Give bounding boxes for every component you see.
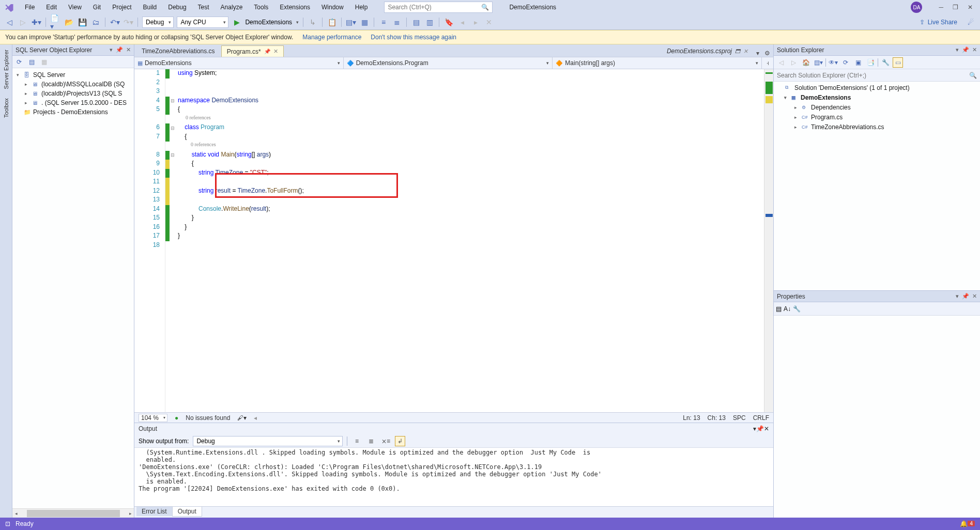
nav-member-combo[interactable]: 🔶Main(string[] args) [553,57,762,69]
outdent-icon[interactable]: ≣ [392,17,402,27]
menu-window[interactable]: Window [316,2,349,13]
nav-class-combo[interactable]: 🔷DemoExtensions.Program [344,57,553,69]
errorlist-tab[interactable]: Error List [136,507,172,516]
sql-tree[interactable]: ▾🗄SQL Server▸🖥(localdb)\MSSQLLocalDB (SQ… [12,68,134,508]
solution-dropdown-icon[interactable]: ▾ [956,46,959,53]
dismiss-link[interactable]: Don't show this message again [371,34,456,41]
menu-edit[interactable]: Edit [41,2,62,13]
run-target-label[interactable]: DemoExtensions [245,19,292,26]
new-item-icon[interactable]: 📄▾ [50,17,60,27]
solution-close-icon[interactable]: ✕ [972,46,977,53]
menu-tools[interactable]: Tools [249,2,273,13]
bm-clear-icon[interactable]: ✕ [484,17,494,27]
editor-vscrollbar[interactable] [764,69,773,412]
close-button[interactable]: ✕ [968,4,973,11]
uncomment-icon[interactable]: ▥ [424,17,435,27]
menu-debug[interactable]: Debug [163,2,191,13]
solution-search[interactable]: 🔍 [774,69,980,82]
sql-tree-node[interactable]: 📁Projects - DemoExtensions [12,107,134,117]
group-icon[interactable]: ▤ [27,57,36,67]
solution-tree[interactable]: ⧉Solution 'DemoExtensions' (1 of 1 proje… [774,82,980,290]
open-icon[interactable]: 📂 [64,17,74,27]
step-icon[interactable]: ↳ [308,17,318,27]
tab-close-icon[interactable]: ✕ [273,48,278,55]
solution-node[interactable]: ▸C#Program.cs [774,112,980,122]
config-combo[interactable]: Debug [142,17,174,28]
liveshare-button[interactable]: ⇪ Live Share [920,19,957,26]
output-from-combo[interactable]: Debug [193,436,343,446]
platform-combo[interactable]: Any CPU [177,17,228,28]
output-pin-icon[interactable]: 📌 [756,425,764,432]
solution-node[interactable]: ⧉Solution 'DemoExtensions' (1 of 1 proje… [774,83,980,92]
save-icon[interactable]: 💾 [77,17,87,27]
sol-switch-icon[interactable]: ▤▾ [813,57,823,68]
menu-view[interactable]: View [63,2,87,13]
sol-collapse-icon[interactable]: ▣ [853,57,863,68]
panel-dropdown-icon[interactable]: ▾ [110,46,113,53]
split-icon[interactable]: ⫞ [762,57,773,69]
zoom-combo[interactable]: 104 % [139,414,167,422]
save-all-icon[interactable]: 🗂 [90,17,101,27]
nav-project-combo[interactable]: ▦DemoExtensions [134,57,344,69]
indent-icon[interactable]: ≡ [378,17,389,27]
notifications-icon[interactable]: 🔔4 [960,520,975,527]
sql-tree-node[interactable]: ▸🖥. (SQL Server 15.0.2000 - DES [12,98,134,107]
solution-node[interactable]: ▾▦DemoExtensions [774,92,980,102]
menu-test[interactable]: Test [193,2,215,13]
tool-icon-2[interactable]: ▦ [359,17,370,27]
doc-tab[interactable]: TimeZoneAbbreviations.cs [136,45,220,57]
maximize-button[interactable]: ❐ [953,4,958,11]
menu-file[interactable]: File [20,2,40,13]
minimize-button[interactable]: ─ [939,4,943,11]
preview-tab[interactable]: DemoExtensions.csproj 🗖 ✕ [662,45,753,57]
menu-extensions[interactable]: Extensions [274,2,315,13]
out-wordwrap-icon[interactable]: ↲ [395,436,405,446]
out-tool-1-icon[interactable]: ≡ [351,436,362,446]
props-pin-icon[interactable]: 📌 [962,293,969,300]
forward-icon[interactable]: ▷ [18,17,28,27]
props-cat-icon[interactable]: ▤ [776,305,782,313]
output-tab[interactable]: Output [172,507,202,517]
health-icon[interactable]: 🖋▾ [237,414,247,422]
sol-showall-icon[interactable]: 📑 [865,57,876,68]
sol-sync-icon[interactable]: 👁▾ [828,57,838,68]
doc-tab[interactable]: Program.cs*📌✕ [221,45,284,57]
undo-icon[interactable]: ↶▾ [110,17,120,27]
menu-analyze[interactable]: Analyze [216,2,248,13]
sql-tree-node[interactable]: ▸🖥(localdb)\ProjectsV13 (SQL S [12,89,134,98]
find-icon[interactable]: 📋 [327,17,337,27]
menu-help[interactable]: Help [350,2,373,13]
pin-icon[interactable]: 📌 [264,49,270,54]
solution-node[interactable]: ▸⚙Dependencies [774,102,980,112]
props-az-icon[interactable]: A↓ [784,305,791,313]
bm-next-icon[interactable]: ▸ [470,17,481,27]
tab-gear-icon[interactable]: ⚙ [764,50,770,57]
panel-pin-icon[interactable]: 📌 [116,46,123,53]
sol-home-icon[interactable]: 🏠 [801,57,811,68]
back-icon[interactable]: ◁ [4,17,14,27]
output-close-icon[interactable]: ✕ [764,425,769,432]
sql-tree-node[interactable]: ▾🗄SQL Server [12,70,134,80]
status-shell-icon[interactable]: ⊡ [5,520,10,527]
solution-node[interactable]: ▸C#TimeZoneAbbreviations.cs [774,122,980,132]
redo-icon[interactable]: ↷▾ [123,17,133,27]
comment-icon[interactable]: ▤ [411,17,421,27]
user-avatar[interactable]: DA [911,2,922,13]
sol-refresh-icon[interactable]: ⟳ [840,57,851,68]
menu-project[interactable]: Project [107,2,136,13]
bookmark-icon[interactable]: 🔖 [443,17,454,27]
sol-fwd-icon[interactable]: ▷ [788,57,799,68]
sol-preview-icon[interactable]: ▭ [893,57,903,68]
manage-perf-link[interactable]: Manage performance [302,34,361,41]
spaces-label[interactable]: SPC [733,414,746,422]
solution-pin-icon[interactable]: 📌 [962,46,969,53]
run-icon[interactable]: ▶ [232,17,242,27]
feedback-icon[interactable]: ☄ [966,17,976,27]
keep-open-icon[interactable]: 🗖 [735,49,740,54]
out-tool-3-icon[interactable]: ⨯≡ [380,436,391,446]
bm-prev-icon[interactable]: ◂ [457,17,467,27]
solution-search-input[interactable] [777,72,969,79]
quick-search[interactable]: Search (Ctrl+Q) 🔍 [384,2,493,13]
menu-build[interactable]: Build [138,2,162,13]
filter-icon[interactable]: ▦ [39,57,49,67]
